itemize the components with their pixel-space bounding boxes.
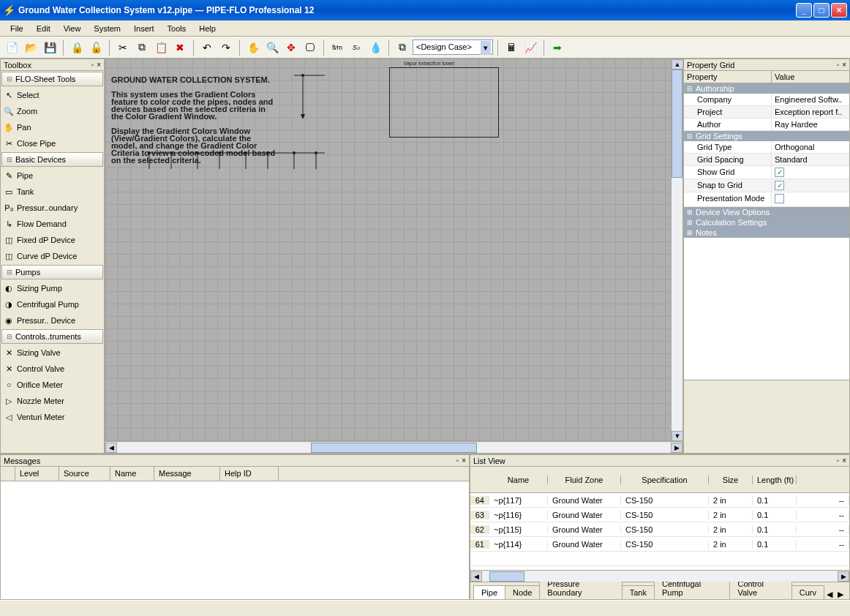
pg-category[interactable]: Device View Options — [684, 207, 849, 217]
table-row[interactable]: 64~p{117}Ground WaterCS-1502 in0.1-- — [470, 493, 849, 508]
toolbox-item[interactable]: ✋Pan — [1, 119, 104, 135]
table-row[interactable]: 63~p{116}Ground WaterCS-1502 in0.1-- — [470, 508, 849, 522]
toolbox-group[interactable]: FLO-Sheet Tools — [1, 72, 103, 86]
pg-prop-value[interactable]: ✓ — [772, 179, 849, 192]
table-row[interactable] — [470, 552, 849, 566]
copy-sheet-icon[interactable]: ⧉ — [394, 39, 411, 56]
copy-icon[interactable]: ⧉ — [133, 39, 151, 56]
lock-icon[interactable]: 🔒 — [68, 39, 86, 56]
pg-prop-value[interactable] — [772, 192, 849, 206]
msg-col[interactable]: Help ID — [220, 467, 279, 481]
zoom-icon[interactable]: 🔍 — [263, 39, 281, 56]
checkbox[interactable]: ✓ — [775, 168, 784, 177]
toolbox-item[interactable]: P₀Pressur..oundary — [1, 200, 104, 216]
toolbox-item[interactable]: ◐Sizing Pump — [1, 280, 104, 296]
fit-icon[interactable]: ✥ — [282, 39, 300, 56]
pg-category[interactable]: Authorship — [684, 83, 849, 94]
toolbox-item[interactable]: ◑Centrifugal Pump — [1, 296, 104, 312]
new-icon[interactable]: 📄 — [3, 39, 20, 56]
msg-col[interactable]: Message — [154, 467, 220, 481]
pg-prop-value[interactable]: Orthogonal — [772, 141, 849, 153]
toolbox-item[interactable]: ◫Fixed dP Device — [1, 232, 104, 248]
menu-help[interactable]: Help — [193, 23, 222, 34]
flo-sheet-canvas[interactable]: GROUND WATER COLLECTION SYSTEM. This sys… — [105, 59, 671, 441]
canvas-vscroll[interactable]: ▲▼ — [671, 59, 682, 441]
redo-icon[interactable]: ↷ — [217, 39, 235, 56]
toolbox-item[interactable]: ✕Control Valve — [1, 361, 104, 377]
lv-col-head[interactable]: Size — [709, 476, 753, 484]
export-icon[interactable]: ➡ — [549, 39, 566, 56]
pin-icon[interactable]: ▫ — [91, 61, 94, 69]
units-icon[interactable]: ft⁄m — [328, 39, 346, 56]
toolbox-item[interactable]: ▭Tank — [1, 184, 104, 200]
toolbox-item[interactable]: ◉Pressur.. Device — [1, 312, 104, 328]
graph-icon[interactable]: 📈 — [522, 39, 539, 56]
pg-prop-value[interactable]: Engineered Softw.. — [772, 94, 849, 105]
minimize-button[interactable]: _ — [796, 3, 812, 18]
open-icon[interactable]: 📂 — [22, 39, 40, 56]
pin-icon[interactable]: ▫ — [837, 61, 840, 69]
menu-tools[interactable]: Tools — [162, 23, 192, 34]
toolbox-item[interactable]: ○Orifice Meter — [1, 377, 104, 393]
tab-tank[interactable]: Tank — [622, 585, 655, 599]
lv-col-head[interactable]: Length (ft) — [753, 476, 797, 484]
checkbox[interactable] — [775, 194, 784, 203]
menu-view[interactable]: View — [58, 23, 87, 34]
droplet-icon[interactable]: 💧 — [366, 39, 384, 56]
undo-icon[interactable]: ↶ — [198, 39, 216, 56]
close-icon[interactable]: × — [842, 61, 846, 69]
tab-nav-left[interactable]: ◀ — [824, 590, 835, 599]
tab-nav-right[interactable]: ▶ — [835, 590, 846, 599]
toolbox-group[interactable]: Basic Devices — [1, 152, 103, 167]
menu-system[interactable]: System — [88, 23, 127, 34]
lv-col-head[interactable]: Specification — [621, 476, 709, 484]
tab-pipe[interactable]: Pipe — [473, 585, 505, 599]
toolbox-item[interactable]: ✂Close Pipe — [1, 135, 104, 151]
toolbox-item[interactable]: ↖Select — [1, 87, 104, 103]
listview-hscroll[interactable]: ◀▶ — [470, 570, 849, 582]
tab-curv[interactable]: Curv — [791, 585, 824, 599]
menu-edit[interactable]: Edit — [31, 23, 56, 34]
pg-prop-value[interactable]: Ray Hardee — [772, 119, 849, 130]
fluid-icon[interactable]: S₀ — [347, 39, 365, 56]
pg-category[interactable]: Calculation Settings — [684, 217, 849, 228]
toolbox-group[interactable]: Controls..truments — [1, 329, 103, 344]
msg-col[interactable]: Name — [110, 467, 154, 481]
calc-icon[interactable]: 🖩 — [503, 39, 520, 56]
menu-file[interactable]: File — [4, 23, 29, 34]
toolbox-group[interactable]: Pumps — [1, 265, 103, 279]
msg-col[interactable]: Source — [59, 467, 110, 481]
pg-prop-value[interactable]: ✓ — [772, 166, 849, 179]
table-row[interactable]: 61~p{114}Ground WaterCS-1502 in0.1-- — [470, 537, 849, 552]
lv-col-head[interactable]: Name — [489, 476, 548, 484]
toolbox-item[interactable]: ✕Sizing Valve — [1, 345, 104, 361]
checkbox[interactable]: ✓ — [775, 181, 784, 190]
pan-icon[interactable]: ✋ — [244, 39, 262, 56]
pg-category[interactable]: Notes — [684, 228, 849, 238]
lv-col-head[interactable]: Fluid Zone — [548, 476, 621, 484]
pin-icon[interactable]: ▫ — [456, 457, 459, 465]
toolbox-item[interactable]: ◫Curve dP Device — [1, 248, 104, 264]
unlock-icon[interactable]: 🔓 — [87, 39, 105, 56]
paste-icon[interactable]: 📋 — [152, 39, 170, 56]
pg-prop-value[interactable]: Exception report f.. — [772, 106, 849, 118]
close-icon[interactable]: × — [462, 457, 466, 465]
msg-col[interactable]: Level — [15, 467, 59, 481]
delete-icon[interactable]: ✖ — [171, 39, 189, 56]
close-button[interactable]: × — [831, 3, 847, 18]
tab-node[interactable]: Node — [505, 585, 540, 599]
save-icon[interactable]: 💾 — [41, 39, 59, 56]
pin-icon[interactable]: ▫ — [837, 457, 840, 465]
presentation-icon[interactable]: 🖵 — [301, 39, 319, 56]
close-icon[interactable]: × — [97, 61, 101, 69]
close-icon[interactable]: × — [842, 457, 846, 465]
pg-prop-value[interactable]: Standard — [772, 154, 849, 165]
toolbox-item[interactable]: 🔍Zoom — [1, 103, 104, 119]
design-case-select[interactable]: <Design Case> — [413, 40, 493, 55]
toolbox-item[interactable]: ▷Nozzle Meter — [1, 393, 104, 409]
toolbox-item[interactable]: ◁Venturi Meter — [1, 409, 104, 425]
msg-col[interactable] — [1, 467, 15, 481]
maximize-button[interactable]: □ — [813, 3, 830, 18]
toolbox-item[interactable]: ↳Flow Demand — [1, 216, 104, 232]
pg-category[interactable]: Grid Settings — [684, 131, 849, 141]
